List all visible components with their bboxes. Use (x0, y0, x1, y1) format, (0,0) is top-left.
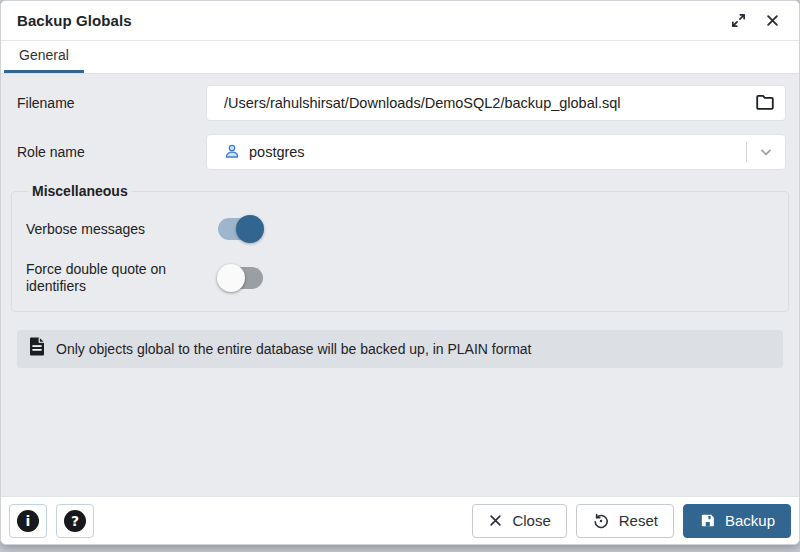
footer-actions: Close Reset (472, 504, 791, 538)
miscellaneous-section: Miscellaneous Verbose messages Force dou… (11, 183, 789, 312)
folder-icon (754, 91, 776, 116)
dialog-title: Backup Globals (17, 12, 717, 29)
miscellaneous-legend: Miscellaneous (28, 183, 132, 199)
filename-row: Filename (17, 85, 786, 121)
dialog-body: Filename Role name (1, 74, 799, 496)
info-icon: i (17, 510, 39, 532)
verbose-messages-label: Verbose messages (26, 221, 217, 238)
filename-input[interactable] (207, 86, 745, 120)
role-select-controls (746, 135, 785, 169)
browse-file-button[interactable] (745, 86, 785, 120)
reset-restore-icon (592, 512, 610, 530)
backup-globals-dialog: Backup Globals General Filename (0, 0, 800, 545)
backup-button[interactable]: Backup (683, 504, 791, 538)
filename-control (206, 85, 786, 121)
reset-button[interactable]: Reset (576, 504, 674, 538)
reset-button-label: Reset (619, 512, 658, 529)
role-select[interactable]: postgres (206, 134, 786, 170)
dialog-header: Backup Globals (1, 1, 799, 41)
verbose-messages-toggle[interactable] (217, 215, 264, 243)
help-button[interactable]: ? (56, 504, 94, 538)
user-icon (223, 142, 241, 163)
force-double-quote-label: Force double quote on identifiers (26, 261, 217, 295)
dialog-footer: i ? Close (1, 496, 799, 544)
close-button[interactable] (759, 8, 785, 34)
document-icon (29, 337, 45, 360)
close-x-icon (488, 513, 503, 528)
info-button[interactable]: i (9, 504, 47, 538)
toggle-thumb (217, 264, 245, 292)
verbose-messages-row: Verbose messages (26, 201, 788, 243)
force-double-quote-row: Force double quote on identifiers (26, 243, 788, 295)
close-action-button[interactable]: Close (472, 504, 566, 538)
tab-bar: General (1, 41, 799, 74)
toggle-thumb (236, 215, 264, 243)
info-note: Only objects global to the entire databa… (17, 330, 783, 368)
chevron-down-icon (747, 144, 785, 160)
role-selected-option: postgres (223, 142, 305, 163)
tab-general[interactable]: General (4, 41, 84, 73)
info-note-text: Only objects global to the entire databa… (56, 341, 532, 357)
filename-label: Filename (17, 95, 206, 111)
backup-button-label: Backup (725, 512, 775, 529)
expand-icon (730, 12, 747, 29)
help-icon: ? (64, 510, 86, 532)
role-row: Role name postgres (17, 134, 786, 170)
close-icon (765, 13, 780, 28)
role-value-text: postgres (249, 144, 305, 160)
save-floppy-icon (699, 512, 716, 529)
role-label: Role name (17, 144, 206, 160)
expand-button[interactable] (725, 8, 751, 34)
force-double-quote-toggle[interactable] (217, 264, 264, 292)
close-button-label: Close (512, 512, 550, 529)
